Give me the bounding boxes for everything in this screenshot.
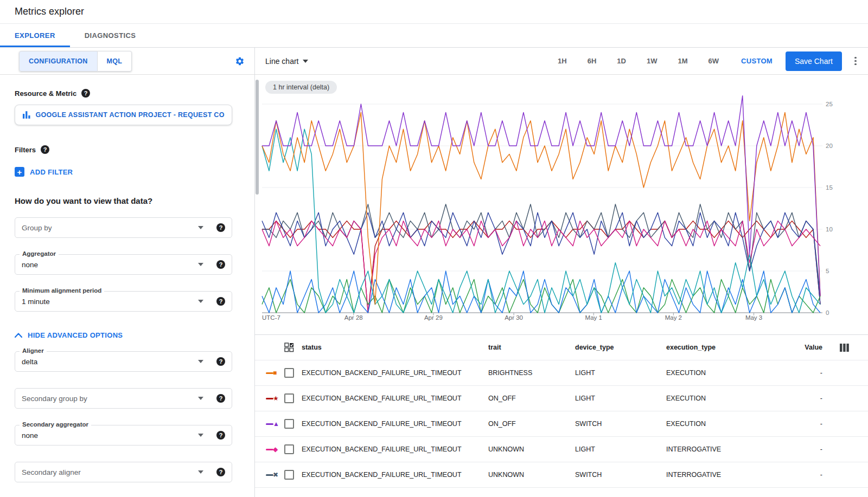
selected-metric-button[interactable]: GOOGLE ASSISTANT ACTION PROJECT - REQUES… (15, 105, 232, 125)
field-secondary-group-by[interactable]: Secondary group by? (15, 388, 232, 409)
chart-panel: Line chart 1H6H1D1W1M6W CUSTOM Save Char… (255, 48, 868, 497)
range-button-6w[interactable]: 6W (709, 57, 719, 65)
field-minimum-alignment-period[interactable]: Minimum alignment period1 minute? (15, 291, 232, 312)
hide-advanced-options-toggle[interactable]: HIDE ADVANCED OPTIONS (15, 331, 247, 339)
select-series-icon[interactable] (284, 343, 294, 352)
field-label: Aligner (20, 347, 47, 354)
svg-text:10: 10 (826, 226, 833, 233)
filters-label: Filters ? (15, 145, 247, 154)
column-trait[interactable]: trait (488, 344, 575, 351)
range-button-1m[interactable]: 1M (678, 57, 687, 65)
svg-text:UTC-7: UTC-7 (262, 314, 280, 321)
field-value: 1 minute (22, 298, 50, 306)
chevron-down-icon (198, 397, 203, 400)
series-marker-diamond-icon: ◆ (266, 446, 284, 453)
metrics-explorer-app: Metrics explorer EXPLORER DIAGNOSTICS CO… (0, 0, 868, 497)
help-icon[interactable]: ? (216, 260, 225, 269)
chevron-down-icon (198, 434, 203, 437)
row-checkbox[interactable] (284, 419, 294, 429)
field-value: none (22, 431, 38, 440)
columns-icon[interactable] (840, 344, 849, 352)
series-table-body: ■EXECUTION_BACKEND_FAILURE_URL_TIMEOUTBR… (255, 360, 868, 497)
row-checkbox[interactable] (284, 368, 294, 378)
series-marker-star-icon: ★ (266, 395, 284, 402)
mode-toggle: CONFIGURATION MQL (19, 51, 132, 72)
field-label: Secondary aggregator (20, 421, 91, 428)
svg-text:Apr 28: Apr 28 (344, 314, 363, 321)
help-icon[interactable]: ? (216, 223, 225, 232)
series-table: status trait device_type execution_type … (255, 334, 868, 497)
field-label: Aggregator (20, 250, 59, 257)
field-aggregator[interactable]: Aggregatornone? (15, 254, 232, 275)
series-marker-square-icon: ■ (266, 370, 284, 376)
help-icon[interactable]: ? (216, 394, 225, 403)
help-icon[interactable]: ? (216, 431, 225, 440)
help-icon[interactable]: ? (81, 89, 90, 98)
svg-text:May 1: May 1 (585, 314, 602, 321)
advanced-fields: Alignerdelta?Secondary group by?Secondar… (15, 351, 247, 482)
chevron-down-icon (198, 263, 203, 266)
chevron-down-icon (303, 60, 308, 63)
range-button-1h[interactable]: 1H (558, 57, 567, 65)
svg-text:15: 15 (826, 184, 833, 191)
page-header: Metrics explorer (0, 0, 868, 24)
tab-diagnostics[interactable]: DIAGNOSTICS (70, 24, 151, 47)
settings-gear-icon[interactable] (235, 56, 245, 66)
chart-type-dropdown[interactable]: Line chart (265, 57, 308, 66)
range-button-1w[interactable]: 1W (647, 57, 658, 65)
svg-text:25: 25 (826, 101, 833, 107)
svg-text:0: 0 (826, 309, 829, 316)
chevron-down-icon (198, 360, 203, 363)
range-button-1d[interactable]: 1D (617, 57, 626, 65)
more-options-icon[interactable] (851, 56, 860, 66)
bar-chart-icon (22, 111, 31, 119)
field-label: Minimum alignment period (20, 287, 104, 294)
field-aligner[interactable]: Alignerdelta? (15, 351, 232, 372)
range-button-6h[interactable]: 6H (588, 57, 597, 65)
chevron-down-icon (198, 470, 203, 474)
configuration-panel-header: CONFIGURATION MQL (0, 48, 254, 75)
table-row: ◆EXECUTION_BACKEND_FAILURE_URL_TIMEOUTUN… (255, 437, 868, 462)
table-row: ▲EXECUTION_BACKEND_FAILURE_URL_TIMEOUTON… (255, 411, 868, 437)
series-marker-burst-icon: ✖ (266, 472, 284, 478)
svg-text:Apr 30: Apr 30 (505, 314, 523, 321)
configuration-mode-button[interactable]: CONFIGURATION (19, 51, 98, 72)
timeseries-chart[interactable]: 0510152025Apr 28Apr 29Apr 30May 1May 2Ma… (255, 95, 867, 325)
chevron-up-icon (15, 333, 22, 338)
svg-text:Apr 29: Apr 29 (424, 314, 443, 321)
field-secondary-aligner[interactable]: Secondary aligner? (15, 462, 232, 482)
column-value[interactable]: Value (802, 344, 840, 351)
help-icon[interactable]: ? (216, 468, 225, 476)
field-value: Secondary aligner (22, 468, 81, 476)
tab-explorer[interactable]: EXPLORER (0, 24, 70, 47)
field-group-by[interactable]: Group by? (15, 217, 232, 238)
field-secondary-aggregator[interactable]: Secondary aggregatornone? (15, 425, 232, 446)
right-panel-scrollbar[interactable] (256, 80, 259, 195)
column-status[interactable]: status (302, 344, 488, 351)
table-row-partial (255, 488, 868, 497)
row-checkbox[interactable] (284, 444, 294, 454)
row-checkbox[interactable] (284, 470, 294, 480)
svg-text:May 3: May 3 (745, 314, 762, 321)
save-chart-button[interactable]: Save Chart (786, 51, 842, 71)
column-device-type[interactable]: device_type (575, 344, 666, 351)
chart-region: 1 hr interval (delta) 0510152025Apr 28Ap… (255, 75, 868, 334)
help-icon[interactable]: ? (216, 297, 225, 306)
plus-icon: + (15, 167, 24, 177)
svg-text:20: 20 (826, 143, 833, 149)
interval-chip: 1 hr interval (delta) (265, 81, 337, 94)
svg-text:May 2: May 2 (665, 314, 682, 321)
table-row: ■EXECUTION_BACKEND_FAILURE_URL_TIMEOUTBR… (255, 360, 868, 386)
help-icon[interactable]: ? (216, 357, 225, 366)
basic-fields: Group by?Aggregatornone?Minimum alignmen… (15, 217, 247, 312)
row-checkbox[interactable] (284, 393, 294, 403)
add-filter-button[interactable]: + ADD FILTER (15, 167, 247, 177)
resource-metric-label: Resource & Metric ? (15, 89, 247, 98)
field-value: Group by (22, 224, 52, 232)
custom-range-button[interactable]: CUSTOM (741, 57, 773, 65)
mql-mode-button[interactable]: MQL (98, 51, 132, 72)
help-icon[interactable]: ? (41, 145, 49, 154)
table-row: ★EXECUTION_BACKEND_FAILURE_URL_TIMEOUTON… (255, 386, 868, 411)
column-execution-type[interactable]: execution_type (666, 344, 802, 351)
top-tabs: EXPLORER DIAGNOSTICS (0, 24, 868, 48)
